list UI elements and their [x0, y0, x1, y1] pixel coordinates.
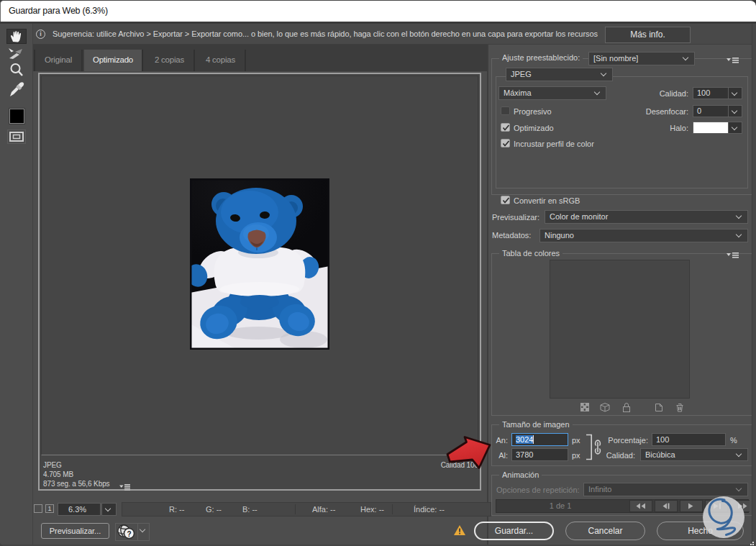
- svg-text:?: ?: [127, 530, 131, 538]
